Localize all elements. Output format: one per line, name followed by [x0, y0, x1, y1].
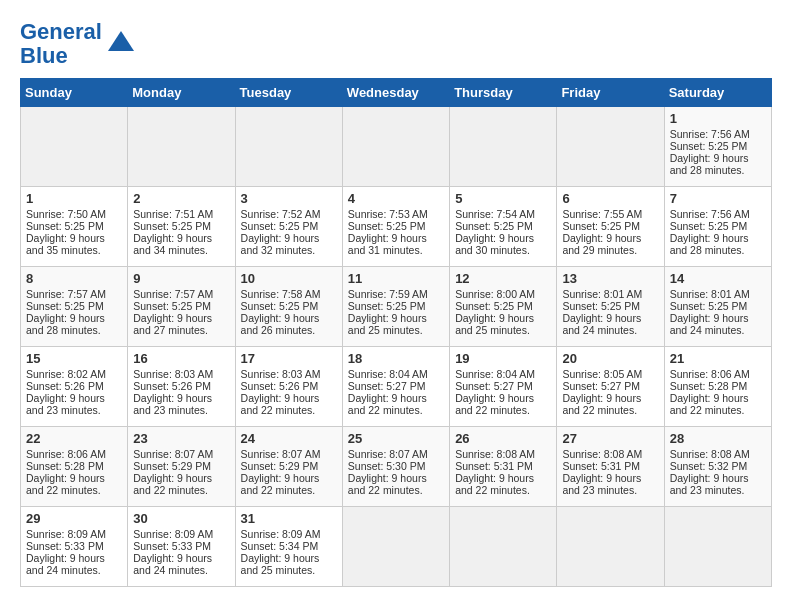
day-number: 29: [26, 511, 122, 526]
day-number: 5: [455, 191, 551, 206]
day-number: 15: [26, 351, 122, 366]
daylight-text: Daylight: 9 hours and 22 minutes.: [670, 392, 749, 416]
daylight-text: Daylight: 9 hours and 35 minutes.: [26, 232, 105, 256]
sunset-text: Sunset: 5:25 PM: [455, 220, 533, 232]
sunset-text: Sunset: 5:25 PM: [562, 220, 640, 232]
daylight-text: Daylight: 9 hours and 31 minutes.: [348, 232, 427, 256]
sunset-text: Sunset: 5:25 PM: [133, 300, 211, 312]
sunset-text: Sunset: 5:25 PM: [241, 300, 319, 312]
day-cell: 21Sunrise: 8:06 AMSunset: 5:28 PMDayligh…: [664, 347, 771, 427]
day-cell: 30Sunrise: 8:09 AMSunset: 5:33 PMDayligh…: [128, 507, 235, 587]
sunset-text: Sunset: 5:25 PM: [455, 300, 533, 312]
daylight-text: Daylight: 9 hours and 23 minutes.: [133, 392, 212, 416]
daylight-text: Daylight: 9 hours and 29 minutes.: [562, 232, 641, 256]
calendar-body: 1Sunrise: 7:56 AMSunset: 5:25 PMDaylight…: [21, 107, 772, 587]
sunset-text: Sunset: 5:27 PM: [562, 380, 640, 392]
sunset-text: Sunset: 5:29 PM: [241, 460, 319, 472]
daylight-text: Daylight: 9 hours and 23 minutes.: [670, 472, 749, 496]
day-number: 22: [26, 431, 122, 446]
header-cell-saturday: Saturday: [664, 79, 771, 107]
day-cell: 5Sunrise: 7:54 AMSunset: 5:25 PMDaylight…: [450, 187, 557, 267]
daylight-text: Daylight: 9 hours and 32 minutes.: [241, 232, 320, 256]
day-cell: [664, 507, 771, 587]
day-cell: 12Sunrise: 8:00 AMSunset: 5:25 PMDayligh…: [450, 267, 557, 347]
day-cell: 26Sunrise: 8:08 AMSunset: 5:31 PMDayligh…: [450, 427, 557, 507]
daylight-text: Daylight: 9 hours and 25 minutes.: [455, 312, 534, 336]
header-cell-thursday: Thursday: [450, 79, 557, 107]
day-number: 28: [670, 431, 766, 446]
day-cell: 27Sunrise: 8:08 AMSunset: 5:31 PMDayligh…: [557, 427, 664, 507]
day-cell: 3Sunrise: 7:52 AMSunset: 5:25 PMDaylight…: [235, 187, 342, 267]
week-row-5: 29Sunrise: 8:09 AMSunset: 5:33 PMDayligh…: [21, 507, 772, 587]
day-cell: [450, 107, 557, 187]
week-row-1: 1Sunrise: 7:50 AMSunset: 5:25 PMDaylight…: [21, 187, 772, 267]
sunrise-text: Sunrise: 7:53 AM: [348, 208, 428, 220]
sunrise-text: Sunrise: 8:08 AM: [455, 448, 535, 460]
sunrise-text: Sunrise: 8:07 AM: [133, 448, 213, 460]
sunrise-text: Sunrise: 8:01 AM: [670, 288, 750, 300]
daylight-text: Daylight: 9 hours and 22 minutes.: [241, 472, 320, 496]
day-cell: 20Sunrise: 8:05 AMSunset: 5:27 PMDayligh…: [557, 347, 664, 427]
daylight-text: Daylight: 9 hours and 22 minutes.: [26, 472, 105, 496]
day-cell: 11Sunrise: 7:59 AMSunset: 5:25 PMDayligh…: [342, 267, 449, 347]
sunrise-text: Sunrise: 8:02 AM: [26, 368, 106, 380]
page-header: General Blue: [20, 20, 772, 68]
header-cell-tuesday: Tuesday: [235, 79, 342, 107]
day-cell: [450, 507, 557, 587]
day-number: 16: [133, 351, 229, 366]
day-cell: [342, 507, 449, 587]
sunrise-text: Sunrise: 8:08 AM: [670, 448, 750, 460]
day-number: 8: [26, 271, 122, 286]
sunrise-text: Sunrise: 7:56 AM: [670, 128, 750, 140]
daylight-text: Daylight: 9 hours and 24 minutes.: [26, 552, 105, 576]
sunrise-text: Sunrise: 8:08 AM: [562, 448, 642, 460]
calendar-table: SundayMondayTuesdayWednesdayThursdayFrid…: [20, 78, 772, 587]
day-cell: 13Sunrise: 8:01 AMSunset: 5:25 PMDayligh…: [557, 267, 664, 347]
day-cell: 17Sunrise: 8:03 AMSunset: 5:26 PMDayligh…: [235, 347, 342, 427]
day-number: 26: [455, 431, 551, 446]
day-number: 19: [455, 351, 551, 366]
logo: General Blue: [20, 20, 136, 68]
daylight-text: Daylight: 9 hours and 30 minutes.: [455, 232, 534, 256]
day-cell: 19Sunrise: 8:04 AMSunset: 5:27 PMDayligh…: [450, 347, 557, 427]
sunrise-text: Sunrise: 7:57 AM: [26, 288, 106, 300]
day-number: 2: [133, 191, 229, 206]
daylight-text: Daylight: 9 hours and 28 minutes.: [26, 312, 105, 336]
daylight-text: Daylight: 9 hours and 25 minutes.: [348, 312, 427, 336]
sunset-text: Sunset: 5:26 PM: [133, 380, 211, 392]
sunset-text: Sunset: 5:25 PM: [133, 220, 211, 232]
day-cell: 18Sunrise: 8:04 AMSunset: 5:27 PMDayligh…: [342, 347, 449, 427]
sunrise-text: Sunrise: 8:07 AM: [348, 448, 428, 460]
sunset-text: Sunset: 5:28 PM: [26, 460, 104, 472]
daylight-text: Daylight: 9 hours and 24 minutes.: [670, 312, 749, 336]
sunrise-text: Sunrise: 8:05 AM: [562, 368, 642, 380]
day-cell: 31Sunrise: 8:09 AMSunset: 5:34 PMDayligh…: [235, 507, 342, 587]
week-row-3: 15Sunrise: 8:02 AMSunset: 5:26 PMDayligh…: [21, 347, 772, 427]
sunset-text: Sunset: 5:32 PM: [670, 460, 748, 472]
day-number: 9: [133, 271, 229, 286]
sunrise-text: Sunrise: 8:00 AM: [455, 288, 535, 300]
day-cell: 28Sunrise: 8:08 AMSunset: 5:32 PMDayligh…: [664, 427, 771, 507]
week-row-4: 22Sunrise: 8:06 AMSunset: 5:28 PMDayligh…: [21, 427, 772, 507]
day-number: 27: [562, 431, 658, 446]
day-number: 17: [241, 351, 337, 366]
day-cell: 7Sunrise: 7:56 AMSunset: 5:25 PMDaylight…: [664, 187, 771, 267]
sunset-text: Sunset: 5:26 PM: [241, 380, 319, 392]
day-number: 20: [562, 351, 658, 366]
sunset-text: Sunset: 5:31 PM: [562, 460, 640, 472]
day-cell: 15Sunrise: 8:02 AMSunset: 5:26 PMDayligh…: [21, 347, 128, 427]
sunrise-text: Sunrise: 7:57 AM: [133, 288, 213, 300]
sunset-text: Sunset: 5:26 PM: [26, 380, 104, 392]
header-cell-friday: Friday: [557, 79, 664, 107]
sunrise-text: Sunrise: 8:09 AM: [26, 528, 106, 540]
sunrise-text: Sunrise: 8:07 AM: [241, 448, 321, 460]
day-number: 30: [133, 511, 229, 526]
daylight-text: Daylight: 9 hours and 28 minutes.: [670, 152, 749, 176]
week-row-2: 8Sunrise: 7:57 AMSunset: 5:25 PMDaylight…: [21, 267, 772, 347]
day-cell: [21, 107, 128, 187]
daylight-text: Daylight: 9 hours and 24 minutes.: [133, 552, 212, 576]
day-number: 6: [562, 191, 658, 206]
sunrise-text: Sunrise: 7:52 AM: [241, 208, 321, 220]
sunrise-text: Sunrise: 8:03 AM: [241, 368, 321, 380]
day-cell: 29Sunrise: 8:09 AMSunset: 5:33 PMDayligh…: [21, 507, 128, 587]
